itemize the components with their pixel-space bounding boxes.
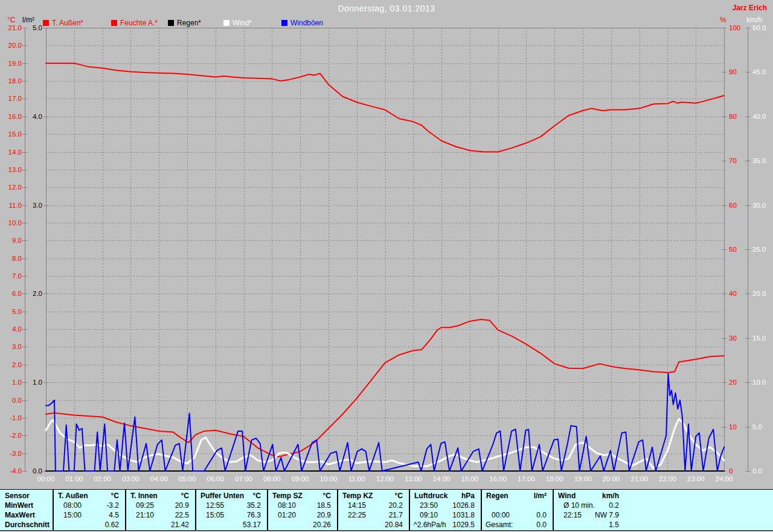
table-max-cell: 00:000.0	[482, 510, 553, 520]
avg-cell-time: Gesamt:	[482, 520, 513, 530]
avg-cell-value: 20.26	[313, 520, 337, 530]
avg-cell-value: 0.62	[105, 520, 125, 530]
axis-tick-label: 17.0	[8, 95, 22, 102]
sensor-unit: °C	[395, 491, 409, 501]
x-axis-tick-label: 05:00	[179, 475, 196, 482]
legend-item: Regen*	[168, 19, 201, 27]
sensor-unit: hPa	[461, 491, 481, 501]
table-row-label-text: Durchschnitt	[0, 520, 50, 530]
x-axis-tick-label: 03:00	[122, 475, 140, 482]
legend-label: Regen*	[177, 19, 201, 27]
axis-tick-label: 12.0	[8, 184, 22, 191]
legend-color-swatch	[281, 20, 287, 26]
axis-tick-label: 20.0	[752, 290, 766, 297]
legend-item: T. Außen*	[43, 19, 83, 27]
sensor-name: Luftdruck	[410, 491, 447, 501]
min-cell-time: 08:10	[268, 501, 296, 510]
min-cell-value: 20.9	[175, 501, 195, 510]
sensor-unit: l/m²	[534, 491, 553, 501]
legend-label: Feuchte A.*	[120, 19, 158, 27]
axis-tick-label: 20	[729, 379, 737, 386]
table-row-label-text: Sensor	[0, 491, 30, 501]
table-sensor-column: Temp KZ°C14:1520.222:2521.720.84	[337, 490, 409, 530]
chart-legend: T. Außen*Feuchte A.*Regen*Wind*Windböen	[0, 19, 773, 28]
sensor-name: Puffer Unten	[196, 491, 244, 501]
axis-tick-label: -3.0	[10, 450, 22, 457]
table-avg-cell: 1.5	[554, 520, 625, 530]
legend-label: Windböen	[290, 19, 323, 27]
table-sensor-column: Regenl/m²00:000.0Gesamt:0.0	[481, 490, 553, 530]
avg-cell-time	[268, 520, 272, 530]
axis-tick-label: 3.0	[12, 343, 22, 350]
x-axis-tick-label: 24:00	[716, 475, 733, 482]
table-max-cell: 01:2020.9	[268, 510, 337, 520]
grid-lines	[22, 28, 750, 472]
avg-cell-value: 0.0	[536, 520, 553, 530]
axis-tick-label: -2.0	[10, 432, 22, 439]
x-axis-tick-label: 14:00	[433, 475, 451, 482]
min-cell-time: 23:50	[410, 501, 438, 510]
axis-tick-label: 18.0	[8, 77, 22, 85]
table-min-cell: 08:00-3.2	[54, 501, 125, 510]
x-axis-tick-label: 18:00	[546, 475, 563, 482]
chart-canvas: -4.0-3.0-2.0-1.00.01.02.03.04.05.06.07.0…	[0, 0, 773, 532]
table-min-cell	[482, 501, 553, 510]
axis-tick-label: 14.0	[8, 149, 22, 156]
table-header-cell: Temp SZ°C	[268, 491, 337, 501]
max-cell-time: 09:10	[410, 510, 438, 520]
table-sensor-column: LuftdruckhPa23:501026.809:101031.8^2.6hP…	[409, 490, 481, 530]
table-avg-cell: 53.17	[196, 520, 267, 530]
x-axis-tick-label: 15:00	[461, 475, 478, 482]
axis-tick-label: 0.0	[752, 467, 762, 475]
sensor-unit: °C	[323, 491, 337, 501]
axis-tick-label: 1.0	[12, 379, 22, 386]
axis-tick-label: 25.0	[752, 246, 766, 253]
axis-tick-label: 40	[729, 290, 737, 297]
table-max-cell: 15:0576.3	[196, 510, 267, 520]
legend-label: Wind*	[233, 19, 252, 27]
max-cell-value: 4.5	[109, 510, 125, 520]
legend-item: Windböen	[281, 19, 323, 27]
axis-tick-label: 10.0	[8, 219, 22, 226]
table-header-cell: Windkm/h	[554, 491, 625, 501]
table-avg-cell: 20.84	[338, 520, 409, 530]
x-axis-tick-label: 16:00	[489, 475, 507, 482]
table-avg-cell: 0.62	[54, 520, 125, 530]
table-header-cell: LuftdruckhPa	[410, 491, 481, 501]
max-cell-time: 01:20	[268, 510, 296, 520]
legend-color-swatch	[43, 20, 49, 26]
sensor-unit: km/h	[602, 491, 625, 501]
max-cell-time: 15:05	[196, 510, 224, 520]
x-axis-tick-label: 22:00	[659, 475, 676, 482]
table-sensor-column: Windkm/hØ 10 min.0.222:15NW 7.91.5	[553, 490, 625, 530]
table-row-label-text: MaxWert	[0, 510, 35, 520]
max-cell-value: 0.0	[536, 510, 553, 520]
axis-tick-label: 45.0	[752, 68, 766, 75]
axis-tick-label: 0.0	[12, 397, 22, 404]
sensor-name: Wind	[554, 491, 576, 501]
x-axis-tick-label: 10:00	[320, 475, 338, 482]
axis-tick-label: 1.0	[33, 379, 42, 386]
table-header-cell: Temp KZ°C	[338, 491, 409, 501]
max-cell-time: 15:00	[54, 510, 82, 520]
axis-tick-label: 3.0	[33, 202, 42, 209]
axis-tick-label: 20.0	[8, 42, 22, 49]
avg-cell-time	[554, 520, 557, 530]
axis-tick-label: 15.0	[752, 335, 766, 342]
avg-cell-time	[196, 520, 200, 530]
min-cell-value: 35.2	[247, 501, 267, 510]
axis-tick-label: 2.0	[12, 361, 22, 368]
table-max-cell: 09:101031.8	[410, 510, 481, 520]
table-avg-cell: 20.26	[268, 520, 337, 530]
avg-cell-value: 21.42	[171, 520, 195, 530]
axis-tick-label: -4.0	[10, 467, 22, 475]
page-title: Donnerstag, 03.01.2013	[0, 4, 773, 13]
legend-item: Wind*	[223, 19, 252, 27]
x-axis-tick-label: 13:00	[405, 475, 422, 482]
x-axis-tick-label: 01:00	[65, 475, 83, 482]
avg-cell-value: 1029.5	[452, 520, 481, 530]
sensor-unit: °C	[253, 491, 267, 501]
table-sensor-column: Puffer Unten°C12:5535.215:0576.353.17	[195, 490, 267, 530]
axis-tick-label: 4.0	[12, 325, 22, 333]
x-axis-tick-label: 19:00	[574, 475, 592, 482]
